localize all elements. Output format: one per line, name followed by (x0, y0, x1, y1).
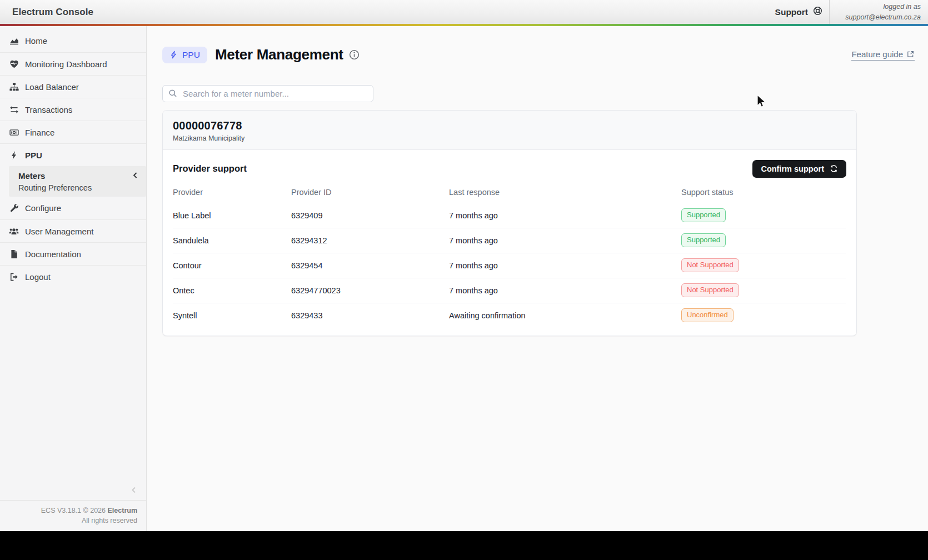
provider-id-cell: 63294312 (291, 236, 449, 245)
footer-version-line: ECS V3.18.1 © 2026 Electrum (9, 506, 137, 516)
sidebar-item-label: Finance (25, 128, 54, 137)
provider-id-cell: 63294770023 (291, 286, 449, 295)
sidebar-item-user-management[interactable]: User Management (0, 219, 146, 242)
table-row: Syntell 6329433 Awaiting confirmation Un… (173, 303, 846, 328)
info-circle-icon[interactable] (349, 49, 360, 60)
sidebar-item-ppu[interactable]: PPU (0, 143, 146, 166)
sidebar-item-label: User Management (25, 227, 93, 236)
table-row: Ontec 63294770023 7 months ago Not Suppo… (173, 278, 846, 303)
sidebar-item-label: Logout (25, 272, 51, 282)
sidebar-item-label: Configure (25, 203, 61, 213)
app-window: Electrum Console Support logged in as su… (0, 0, 928, 531)
sidebar-footer: ECS V3.18.1 © 2026 Electrum All rights r… (0, 500, 146, 531)
sidebar-item-label: Load Balancer (25, 82, 79, 92)
meter-search-input[interactable] (182, 88, 367, 99)
sidebar-item-label: Monitoring Dashboard (25, 59, 107, 69)
sidebar-item-label: Home (25, 36, 47, 46)
page-header: PPU Meter Management Feature guide (162, 37, 915, 73)
users-icon (9, 227, 19, 236)
top-bar-right: Support logged in as support@electrum.co… (775, 0, 928, 24)
sidebar-item-label: PPU (25, 151, 42, 160)
logged-in-email: support@electrum.co.za (837, 12, 921, 23)
life-ring-icon (813, 6, 822, 18)
bolt-icon (169, 51, 178, 59)
sidebar-item-label: Transactions (25, 105, 72, 114)
file-icon (9, 249, 19, 259)
column-header-last-response: Last response (449, 188, 681, 197)
meter-card: 00000076778 Matzikama Municipality Provi… (162, 110, 857, 336)
provider-cell: Syntell (173, 311, 291, 320)
feature-guide-label: Feature guide (851, 49, 903, 59)
provider-cell: Sandulela (173, 236, 291, 245)
page-title: Meter Management (215, 46, 343, 63)
support-label: Support (775, 7, 808, 17)
ppu-badge: PPU (162, 47, 207, 63)
sidebar-item-home[interactable]: Home (0, 29, 146, 52)
provider-cell: Ontec (173, 286, 291, 295)
provider-support-table: Provider Provider ID Last response Suppo… (163, 180, 856, 336)
status-badge: Not Supported (681, 258, 739, 272)
chart-area-icon (9, 36, 19, 46)
sidebar-item-configure[interactable]: Configure (0, 197, 146, 219)
provider-id-cell: 6329433 (291, 311, 449, 320)
sidebar-item-transactions[interactable]: Transactions (0, 98, 146, 121)
sidebar-item-monitoring-dashboard[interactable]: Monitoring Dashboard (0, 52, 146, 75)
main-content: PPU Meter Management Feature guide (147, 26, 928, 531)
status-badge: Supported (681, 208, 726, 222)
confirm-support-button[interactable]: Confirm support (752, 160, 846, 178)
external-link-icon (906, 50, 915, 58)
sign-out-icon (9, 272, 19, 282)
last-response-cell: 7 months ago (449, 236, 681, 245)
provider-support-header-row: Provider support Confirm support (163, 150, 856, 180)
chevron-left-icon[interactable] (131, 171, 139, 182)
sidebar-item-logout[interactable]: Logout (0, 265, 146, 288)
sidebar-spacer (0, 288, 146, 480)
search-icon (168, 89, 177, 98)
top-bar: Electrum Console Support logged in as su… (0, 0, 928, 24)
heartbeat-icon (9, 59, 19, 69)
last-response-cell: 7 months ago (449, 261, 681, 270)
sidebar-item-documentation[interactable]: Documentation (0, 242, 146, 265)
column-header-support-status: Support status (681, 188, 846, 197)
bolt-icon (9, 151, 19, 160)
wrench-icon (9, 203, 19, 213)
provider-id-cell: 6329409 (291, 211, 449, 220)
table-row: Blue Label 6329409 7 months ago Supporte… (173, 203, 846, 228)
column-header-provider-id: Provider ID (291, 188, 449, 197)
support-link[interactable]: Support (775, 6, 829, 18)
sidebar-item-finance[interactable]: Finance (0, 121, 146, 143)
footer-rights: All rights reserved (9, 516, 137, 526)
exchange-icon (9, 105, 19, 114)
last-response-cell: Awaiting confirmation (449, 311, 681, 320)
footer-brand: Electrum (108, 507, 138, 514)
section-title: Provider support (173, 163, 247, 174)
sidebar-collapse-button[interactable] (0, 480, 146, 500)
sidebar-item-meters[interactable]: Meters (18, 171, 139, 181)
app-title: Electrum Console (0, 7, 93, 18)
table-row: Contour 6329454 7 months ago Not Support… (173, 253, 846, 278)
logged-in-info: logged in as support@electrum.co.za (830, 2, 928, 23)
confirm-support-label: Confirm support (761, 164, 824, 173)
meter-card-header: 00000076778 Matzikama Municipality (163, 111, 856, 150)
provider-cell: Blue Label (173, 211, 291, 220)
logged-in-as: logged in as (837, 2, 921, 12)
meter-municipality: Matzikama Municipality (173, 134, 846, 142)
money-bill-icon (9, 128, 19, 137)
search-box (162, 85, 373, 102)
column-header-provider: Provider (173, 188, 291, 197)
footer-version: ECS V3.18.1 © 2026 (41, 507, 106, 514)
sidebar-item-label: Documentation (25, 249, 81, 259)
feature-guide-link[interactable]: Feature guide (851, 49, 915, 61)
ppu-badge-label: PPU (182, 50, 200, 60)
sidebar: Home Monitoring Dashboard Load Balancer … (0, 26, 147, 531)
table-header-row: Provider Provider ID Last response Suppo… (173, 180, 846, 203)
provider-id-cell: 6329454 (291, 261, 449, 270)
meter-number: 00000076778 (173, 119, 846, 132)
provider-cell: Contour (173, 261, 291, 270)
table-row: Sandulela 63294312 7 months ago Supporte… (173, 228, 846, 253)
status-badge: Supported (681, 233, 726, 247)
sidebar-submenu-ppu: Meters Routing Preferences (9, 166, 146, 197)
last-response-cell: 7 months ago (449, 211, 681, 220)
sidebar-item-routing-preferences[interactable]: Routing Preferences (18, 183, 139, 192)
sidebar-item-load-balancer[interactable]: Load Balancer (0, 75, 146, 98)
